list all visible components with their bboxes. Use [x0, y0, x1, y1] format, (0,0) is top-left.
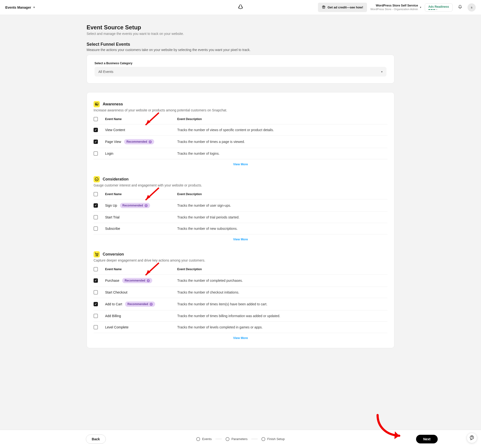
event-desc: Tracks the number of checkout initiation… — [177, 290, 387, 294]
table-head: Event Name Event Description — [94, 264, 387, 274]
category-card: Select a Business Category All Events ▾ — [87, 55, 394, 84]
section-desc: Gauge customer interest and engagement w… — [94, 183, 387, 187]
section-desc: Increase awareness of your website or pr… — [94, 108, 387, 112]
event-name: Add Billing — [105, 314, 121, 318]
info-icon: i — [147, 279, 150, 282]
event-checkbox[interactable] — [94, 140, 98, 144]
page-title: Event Source Setup — [87, 24, 394, 31]
chevron-down-icon: ▾ — [381, 70, 383, 73]
event-row: Sign Up Recommendedi Tracks the number o… — [94, 199, 387, 212]
event-checkbox[interactable] — [94, 215, 98, 220]
event-name: Level Complete — [105, 325, 128, 329]
col-event-desc: Event Description — [177, 192, 387, 196]
event-row: View Content Tracks the number of views … — [94, 124, 387, 136]
event-checkbox[interactable] — [94, 302, 98, 306]
section-awareness: Awareness Increase awareness of your web… — [94, 98, 387, 167]
page-subtitle: Select and manage the events you want to… — [87, 32, 394, 36]
event-row: Start Trial Tracks the number of trial p… — [94, 212, 387, 223]
select-all-checkbox[interactable] — [94, 192, 98, 196]
event-desc: Tracks the number of levels completed in… — [177, 325, 387, 329]
avatar-button[interactable]: s — [467, 3, 476, 12]
funnel-desc: Measure the actions your customers take … — [87, 48, 394, 52]
svg-point-3 — [96, 103, 97, 104]
ads-readiness-button[interactable]: Ads Readiness — [425, 3, 453, 12]
event-checkbox[interactable] — [94, 226, 98, 231]
event-desc: Tracks the number of completed purchases… — [177, 279, 387, 282]
gift-icon — [322, 5, 326, 10]
info-icon: i — [144, 204, 148, 207]
chevron-down-icon: ▾ — [33, 6, 35, 9]
badge-label: Recommended — [125, 279, 145, 282]
event-name: Purchase — [105, 279, 119, 282]
event-checkbox[interactable] — [94, 151, 98, 156]
ads-readiness-label: Ads Readiness — [428, 5, 449, 8]
ad-credit-label: Get ad credit—see how! — [328, 6, 363, 9]
event-name: Login — [105, 152, 113, 155]
chevron-down-icon: ▾ — [420, 6, 421, 9]
event-row: Subscribe Tracks the number of new subsc… — [94, 223, 387, 234]
category-select[interactable]: All Events ▾ — [95, 67, 386, 76]
event-desc: Tracks the number of logins. — [177, 152, 387, 155]
org-title: WordPress Store Self Service — [370, 4, 418, 8]
page-body: Event Source Setup Select and manage the… — [43, 15, 438, 391]
section-conversion: Conversion Capture deeper engagement and… — [94, 248, 387, 341]
select-all-checkbox[interactable] — [94, 117, 98, 121]
section-consideration: Consideration Gauge customer interest an… — [94, 173, 387, 242]
event-row: Add to Cart Recommendedi Tracks the numb… — [94, 298, 387, 310]
event-row: Purchase Recommendedi Tracks the number … — [94, 274, 387, 287]
event-name: Sign Up — [105, 204, 117, 207]
consideration-icon — [94, 176, 100, 182]
view-more-link[interactable]: View More — [233, 336, 248, 340]
event-checkbox[interactable] — [94, 128, 98, 132]
progress-dashes-icon — [428, 9, 449, 10]
event-name: Add to Cart — [105, 302, 122, 306]
nav-dropdown-events-manager[interactable]: Events Manager ▾ — [5, 6, 35, 9]
recommended-badge: Recommendedi — [120, 203, 150, 208]
topbar-right: Get ad credit—see how! WordPress Store S… — [318, 3, 476, 12]
badge-label: Recommended — [122, 204, 143, 207]
event-desc: Tracks the number of times item(s) have … — [177, 302, 387, 306]
view-more-link[interactable]: View More — [233, 238, 248, 241]
info-icon: i — [150, 303, 153, 306]
event-checkbox[interactable] — [94, 290, 98, 295]
col-event-desc: Event Description — [177, 267, 387, 271]
funnel-subhead: Select Funnel Events Measure the actions… — [87, 42, 394, 52]
event-checkbox[interactable] — [94, 325, 98, 329]
event-checkbox[interactable] — [94, 278, 98, 283]
section-title: Consideration — [103, 177, 129, 182]
org-switcher[interactable]: WordPress Store Self Service WordPress S… — [370, 4, 421, 11]
ad-credit-button[interactable]: Get ad credit—see how! — [318, 3, 367, 12]
section-title: Conversion — [103, 252, 124, 257]
info-icon: i — [149, 140, 152, 143]
badge-label: Recommended — [128, 303, 148, 306]
category-label: Select a Business Category — [95, 61, 386, 65]
nav-title: Events Manager — [5, 6, 31, 9]
col-event-name: Event Name — [105, 117, 177, 121]
event-row: Login Tracks the number of logins. — [94, 148, 387, 159]
event-checkbox[interactable] — [94, 314, 98, 318]
event-checkbox[interactable] — [94, 203, 98, 208]
select-all-checkbox[interactable] — [94, 267, 98, 271]
event-row: Page View Recommendedi Tracks the number… — [94, 136, 387, 148]
section-title: Awareness — [103, 102, 123, 106]
avatar-initial: s — [471, 6, 473, 9]
svg-point-8 — [98, 256, 98, 256]
event-name: Start Trial — [105, 215, 120, 219]
view-more-link[interactable]: View More — [233, 163, 248, 166]
col-event-desc: Event Description — [177, 117, 387, 121]
event-name: Subscribe — [105, 227, 120, 230]
event-desc: Tracks the number of views of specific c… — [177, 128, 387, 132]
awareness-icon — [94, 101, 100, 107]
event-name: Page View — [105, 140, 121, 144]
notifications-button[interactable] — [456, 3, 464, 12]
logo-area — [238, 4, 243, 11]
bell-icon — [458, 5, 462, 10]
recommended-badge: Recommendedi — [122, 278, 152, 283]
event-desc: Tracks the number of new subscriptions. — [177, 227, 387, 230]
event-name: View Content — [105, 128, 125, 132]
event-desc: Tracks the number of times a page is vie… — [177, 140, 387, 144]
conversion-icon — [94, 251, 100, 258]
org-sub: WordPress Store - Organization Admin — [370, 8, 418, 11]
col-event-name: Event Name — [105, 267, 177, 271]
col-event-name: Event Name — [105, 192, 177, 196]
